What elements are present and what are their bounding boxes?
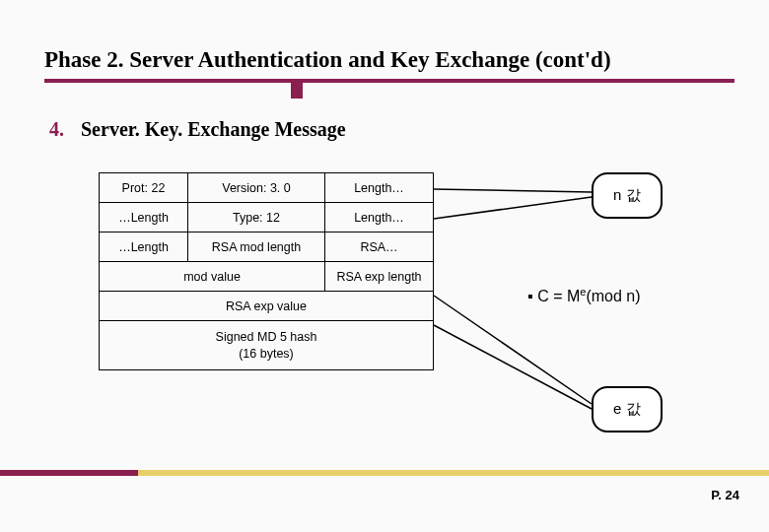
callout-e-value: e 값 <box>592 386 663 432</box>
svg-line-1 <box>434 197 592 219</box>
rsa-formula: ▪ C = Me(mod n) <box>527 286 641 305</box>
section-number: 4. <box>49 118 64 141</box>
table-row: RSA exp value <box>100 292 434 321</box>
table-row: Prot: 22 Version: 3. 0 Length… <box>100 173 434 203</box>
bullet-icon: ▪ <box>527 288 533 304</box>
section-heading: Server. Key. Exchange Message <box>81 118 346 141</box>
table-row: …Length Type: 12 Length… <box>100 203 434 233</box>
cell-rsa-exp-value: RSA exp value <box>100 292 434 321</box>
cell-signed-hash: Signed MD 5 hash(16 bytes) <box>100 321 434 370</box>
table-row: Signed MD 5 hash(16 bytes) <box>100 321 434 370</box>
cell-mod-value: mod value <box>100 262 325 292</box>
svg-line-2 <box>434 296 592 404</box>
formula-post: (mod n) <box>586 288 640 304</box>
title-underline <box>44 79 734 83</box>
cell-version: Version: 3. 0 <box>188 173 325 203</box>
cell-prot: Prot: 22 <box>100 173 188 203</box>
cell-type: Type: 12 <box>188 203 325 233</box>
table-row: …Length RSA mod length RSA… <box>100 233 434 262</box>
cell-length-cont: …Length <box>100 233 188 262</box>
cell-rsa: RSA… <box>325 233 434 262</box>
cell-length-cont: …Length <box>100 203 188 233</box>
cell-length: Length… <box>325 203 434 233</box>
callout-n-value: n 값 <box>592 172 663 219</box>
cell-rsa-mod-length: RSA mod length <box>188 233 325 262</box>
footer-accent-bar <box>0 470 769 476</box>
formula-pre: C = M <box>537 288 580 304</box>
message-structure-table: Prot: 22 Version: 3. 0 Length… …Length T… <box>99 172 434 370</box>
cell-length: Length… <box>325 173 434 203</box>
cell-rsa-exp-length: RSA exp length <box>325 262 434 292</box>
svg-line-3 <box>434 325 592 409</box>
slide-title: Phase 2. Server Authentication and Key E… <box>44 47 611 73</box>
svg-line-0 <box>434 189 592 192</box>
table-row: mod value RSA exp length <box>100 262 434 292</box>
page-number: P. 24 <box>711 488 739 502</box>
